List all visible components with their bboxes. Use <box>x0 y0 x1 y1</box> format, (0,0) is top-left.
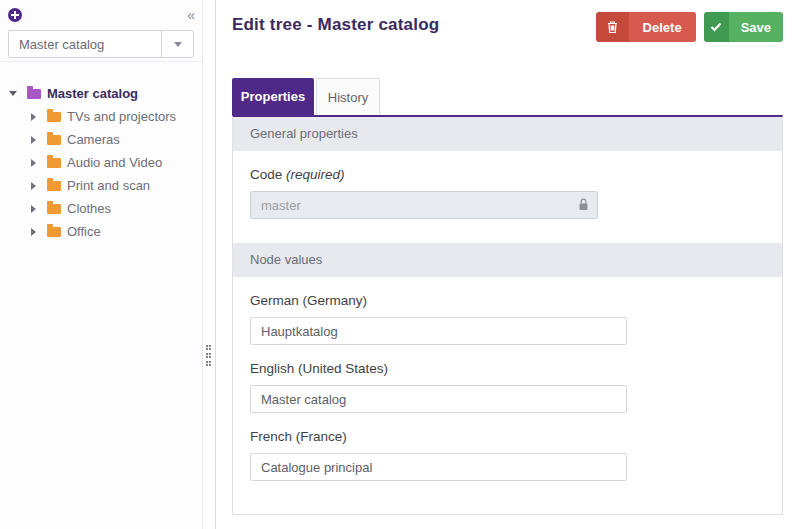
folder-icon <box>47 135 61 145</box>
save-button-label: Save <box>729 12 783 42</box>
folder-icon <box>47 227 61 237</box>
folder-icon <box>47 181 61 191</box>
locale-label: English (United States) <box>250 361 765 376</box>
required-hint: (required) <box>286 167 345 182</box>
tree-root-label[interactable]: Master catalog <box>47 86 138 101</box>
delete-button-label: Delete <box>629 12 696 42</box>
properties-panel: General properties Code (required) <box>232 115 783 515</box>
tree-node-label[interactable]: Office <box>67 224 101 239</box>
tree-selector-caret[interactable] <box>161 31 193 57</box>
section-general-properties: General properties <box>233 117 782 151</box>
save-button[interactable]: Save <box>704 12 783 42</box>
locale-field: German (Germany) <box>250 293 765 345</box>
code-field: Code (required) <box>250 167 765 219</box>
section-node-values: Node values <box>233 243 782 277</box>
locale-label: French (France) <box>250 429 765 444</box>
tree-node[interactable]: Print and scan <box>28 174 202 197</box>
delete-button[interactable]: Delete <box>596 12 696 42</box>
category-tree: Master catalog TVs and projectors Camera… <box>0 62 202 243</box>
create-tree-icon[interactable] <box>8 8 22 22</box>
tree-node[interactable]: Cameras <box>28 128 202 151</box>
locale-field: English (United States) <box>250 361 765 413</box>
tab-history[interactable]: History <box>316 78 380 115</box>
tree-node-label[interactable]: Cameras <box>67 132 120 147</box>
tree-node[interactable]: Audio and Video <box>28 151 202 174</box>
trash-icon <box>596 12 629 42</box>
tree-selector-value: Master catalog <box>9 37 161 52</box>
app-window: « Master catalog Master catalog TVs and … <box>0 0 798 529</box>
tree-node[interactable]: TVs and projectors <box>28 105 202 128</box>
locale-input[interactable] <box>250 453 627 481</box>
sidebar-resize-gutter[interactable] <box>203 0 216 529</box>
locale-field: French (France) <box>250 429 765 481</box>
tree-node[interactable]: Office <box>28 220 202 243</box>
tree-root-node[interactable]: Master catalog <box>8 82 202 105</box>
collapse-sidebar-icon[interactable]: « <box>187 8 195 22</box>
resize-grip-icon[interactable] <box>206 345 208 366</box>
tree-selector-dropdown[interactable]: Master catalog <box>8 30 194 58</box>
locale-input[interactable] <box>250 317 627 345</box>
lock-icon <box>578 198 589 214</box>
folder-icon <box>47 112 61 122</box>
folder-icon <box>47 204 61 214</box>
folder-icon <box>47 158 61 168</box>
tab-bar: Properties History <box>232 78 783 115</box>
tree-collapsed-caret-icon[interactable] <box>28 136 43 144</box>
check-icon <box>704 12 729 42</box>
caret-down-icon <box>174 42 182 47</box>
tree-children: TVs and projectors Cameras Audio and Vid… <box>8 105 202 243</box>
code-input <box>250 191 598 219</box>
tree-collapsed-caret-icon[interactable] <box>28 159 43 167</box>
page-title: Edit tree - Master catalog <box>232 15 439 35</box>
tree-expanded-caret-icon[interactable] <box>8 91 23 96</box>
node-value-fields: German (Germany) English (United States)… <box>233 293 782 481</box>
tree-node-label[interactable]: Clothes <box>67 201 111 216</box>
tree-node-label[interactable]: TVs and projectors <box>67 109 176 124</box>
tree-node-label[interactable]: Audio and Video <box>67 155 162 170</box>
tree-collapsed-caret-icon[interactable] <box>28 182 43 190</box>
tree-node-label[interactable]: Print and scan <box>67 178 150 193</box>
locale-input[interactable] <box>250 385 627 413</box>
sidebar-toolbar: « <box>0 0 202 24</box>
header-actions: Delete Save <box>596 12 783 42</box>
tree-collapsed-caret-icon[interactable] <box>28 113 43 121</box>
page-header: Edit tree - Master catalog Delete <box>232 0 783 78</box>
general-fields: Code (required) <box>233 167 782 219</box>
tree-node[interactable]: Clothes <box>28 197 202 220</box>
locale-label: German (Germany) <box>250 293 765 308</box>
category-tree-sidebar: « Master catalog Master catalog TVs and … <box>0 0 203 529</box>
main-content: Edit tree - Master catalog Delete <box>216 0 798 529</box>
tree-collapsed-caret-icon[interactable] <box>28 228 43 236</box>
code-label: Code (required) <box>250 167 765 182</box>
tree-collapsed-caret-icon[interactable] <box>28 205 43 213</box>
tab-properties[interactable]: Properties <box>232 78 314 115</box>
folder-open-icon <box>27 89 41 99</box>
